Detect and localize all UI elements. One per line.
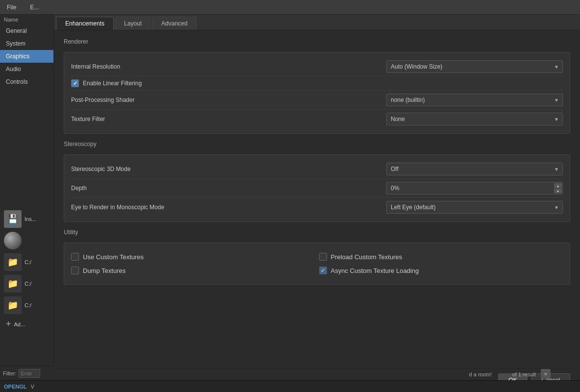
depth-spinner-arrows: ▲ ▼	[554, 183, 562, 194]
utility-group: Use Custom Textures Preload Custom Textu…	[64, 243, 570, 285]
depth-input[interactable]	[386, 182, 563, 195]
eye-to-render-label: Eye to Render in Monoscopic Mode	[71, 204, 382, 211]
status-bar: OPENGL V	[0, 380, 580, 392]
filter-bar: Filter:	[0, 366, 54, 380]
item-label-4: C:/	[25, 281, 31, 287]
depth-row: Depth ▲ ▼	[71, 178, 563, 197]
utility-grid: Use Custom Textures Preload Custom Textu…	[71, 248, 563, 279]
texture-filter-dropdown-wrapper: None 2xSAI ▼	[386, 113, 563, 125]
folder-warn-icon-1: 📁	[4, 253, 22, 271]
preload-custom-textures-item: Preload Custom Textures	[319, 251, 563, 263]
preload-custom-textures-label: Preload Custom Textures	[331, 253, 403, 261]
dump-textures-checkbox[interactable]	[71, 267, 79, 274]
post-processing-dropdown-wrapper: none (builtin) FXAA ▼	[386, 94, 563, 106]
item-label-3: C:/	[25, 259, 31, 265]
dump-textures-label: Dump Textures	[83, 267, 126, 274]
item-label-1: Ins...	[25, 216, 36, 222]
sd-card-icon: 💾	[4, 210, 22, 228]
stereoscopy-group: Stereoscopic 3D Mode Off Anaglyph Side b…	[64, 154, 570, 222]
add-room-text: d a room!	[469, 371, 492, 377]
internal-resolution-dropdown-wrapper: Auto (Window Size) Native 2x 4x ▼	[386, 60, 563, 73]
v-label: V	[30, 384, 34, 390]
eye-to-render-dropdown-wrapper: Left Eye (default) Right Eye ▼	[386, 201, 563, 214]
depth-control: ▲ ▼	[386, 182, 563, 195]
list-item[interactable]: 📁 C:/	[2, 273, 51, 294]
sidebar: Name General System Graphics Audio Contr…	[0, 15, 54, 392]
opengl-label: OPENGL	[4, 384, 26, 390]
menu-file[interactable]: File	[4, 3, 19, 12]
sidebar-item-audio[interactable]: Audio	[0, 63, 53, 75]
list-item[interactable]: 📁 C:/	[2, 294, 51, 316]
async-texture-loading-label: Async Custom Texture Loading	[331, 267, 419, 274]
sidebar-item-graphics[interactable]: Graphics	[0, 50, 53, 63]
main-layout: Name General System Graphics Audio Contr…	[0, 15, 580, 392]
tab-layout[interactable]: Layout	[115, 17, 151, 30]
item-label-5: C:/	[25, 302, 31, 308]
stereoscopic-mode-label: Stereoscopic 3D Mode	[71, 166, 382, 172]
async-texture-loading-checkbox[interactable]: ✓	[319, 267, 327, 274]
tab-advanced[interactable]: Advanced	[152, 17, 197, 30]
filter-input[interactable]	[19, 369, 40, 378]
result-count: of 1 result	[512, 371, 536, 377]
async-texture-loading-item: ✓ Async Custom Texture Loading	[319, 265, 563, 276]
sphere-icon	[4, 232, 22, 249]
menu-bar: File E...	[0, 0, 580, 15]
close-result-button[interactable]: ×	[541, 369, 551, 379]
list-item[interactable]: 📁 C:/	[2, 251, 51, 273]
check-mark-icon: ✓	[73, 80, 77, 87]
internal-resolution-dropdown[interactable]: Auto (Window Size) Native 2x 4x	[386, 60, 563, 73]
sidebar-item-controls[interactable]: Controls	[0, 75, 53, 88]
eye-to-render-dropdown[interactable]: Left Eye (default) Right Eye	[386, 201, 563, 214]
depth-label: Depth	[71, 185, 382, 192]
add-plus-icon: +	[6, 319, 11, 329]
texture-filter-dropdown[interactable]: None 2xSAI	[386, 113, 563, 125]
right-panel: Enhancements Layout Advanced Renderer In…	[54, 15, 580, 392]
name-header: Name	[0, 15, 53, 24]
eye-to-render-row: Eye to Render in Monoscopic Mode Left Ey…	[71, 197, 563, 217]
folder-icon: 📁	[4, 275, 22, 293]
list-item[interactable]: 💾 Ins...	[2, 208, 51, 230]
internal-resolution-row: Internal Resolution Auto (Window Size) N…	[71, 57, 563, 76]
sidebar-item-system[interactable]: System	[0, 37, 53, 50]
stereoscopic-mode-dropdown-wrapper: Off Anaglyph Side by Side ▼	[386, 163, 563, 175]
utility-header: Utility	[64, 229, 570, 238]
stereoscopic-mode-dropdown[interactable]: Off Anaglyph Side by Side	[386, 163, 563, 175]
sidebar-item-general[interactable]: General	[0, 24, 53, 37]
eye-to-render-control: Left Eye (default) Right Eye ▼	[386, 201, 563, 214]
stereoscopy-header: Stereoscopy	[64, 141, 570, 149]
post-processing-dropdown[interactable]: none (builtin) FXAA	[386, 94, 563, 106]
tab-bar: Enhancements Layout Advanced	[54, 15, 580, 30]
async-check-icon: ✓	[321, 268, 325, 274]
depth-down-button[interactable]: ▼	[554, 189, 562, 194]
content-area: Renderer Internal Resolution Auto (Windo…	[54, 30, 580, 368]
stereoscopic-mode-row: Stereoscopic 3D Mode Off Anaglyph Side b…	[71, 160, 563, 178]
depth-up-button[interactable]: ▲	[554, 183, 562, 188]
add-button[interactable]: + Ad...	[2, 316, 51, 332]
post-processing-label: Post-Processing Shader	[71, 97, 382, 103]
renderer-header: Renderer	[64, 38, 570, 47]
filter-label: Filter:	[3, 370, 17, 376]
linear-filtering-checkbox[interactable]: ✓	[71, 79, 79, 87]
post-processing-control: none (builtin) FXAA ▼	[386, 94, 563, 106]
list-item[interactable]	[2, 230, 51, 251]
sidebar-nav: General System Graphics Audio Controls	[0, 24, 53, 206]
internal-resolution-control: Auto (Window Size) Native 2x 4x ▼	[386, 60, 563, 73]
post-processing-row: Post-Processing Shader none (builtin) FX…	[71, 90, 563, 109]
use-custom-textures-checkbox[interactable]	[71, 253, 79, 261]
renderer-group: Internal Resolution Auto (Window Size) N…	[64, 52, 570, 134]
linear-filtering-row: ✓ Enable Linear Filtering	[71, 76, 563, 90]
texture-filter-control: None 2xSAI ▼	[386, 113, 563, 125]
depth-spinner-wrapper: ▲ ▼	[386, 182, 563, 195]
tab-enhancements[interactable]: Enhancements	[56, 17, 114, 30]
list-area: 💾 Ins... 📁 C:/ 📁 C:/ 📁 C:/ + Ad...	[0, 206, 53, 392]
menu-edit[interactable]: E...	[27, 3, 42, 12]
stereoscopic-mode-control: Off Anaglyph Side by Side ▼	[386, 163, 563, 175]
preload-custom-textures-checkbox[interactable]	[319, 253, 327, 261]
add-label: Ad...	[14, 321, 25, 327]
folder-warn-icon-2: 📁	[4, 296, 22, 314]
texture-filter-label: Texture Filter	[71, 116, 382, 122]
texture-filter-row: Texture Filter None 2xSAI ▼	[71, 109, 563, 128]
use-custom-textures-label: Use Custom Textures	[83, 253, 144, 261]
internal-resolution-label: Internal Resolution	[71, 63, 382, 70]
use-custom-textures-item: Use Custom Textures	[71, 251, 315, 263]
